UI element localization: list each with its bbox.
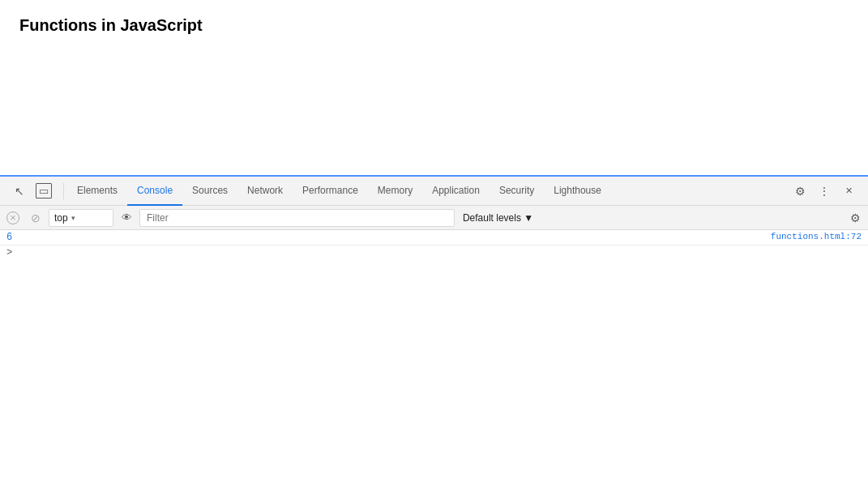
- devtools-more-button[interactable]: [813, 180, 836, 203]
- tab-application[interactable]: Application: [422, 177, 490, 206]
- tab-security[interactable]: Security: [490, 177, 544, 206]
- page-title: Functions in JavaScript: [19, 16, 849, 35]
- gear-icon: [795, 185, 806, 198]
- devtools-close-button[interactable]: [837, 180, 860, 203]
- tab-lighthouse[interactable]: Lighthouse: [544, 177, 611, 206]
- console-toolbar: × ⊘ top ▾ 👁 Default levels ▼: [0, 206, 868, 230]
- context-selector[interactable]: top ▾: [49, 209, 113, 227]
- devtools-left-icons: ↖ ▭: [3, 180, 60, 203]
- context-value: top: [54, 212, 68, 224]
- device-icon: ▭: [36, 183, 52, 199]
- clear-console-button[interactable]: ×: [3, 208, 23, 228]
- inspect-element-button[interactable]: ↖: [8, 180, 31, 203]
- log-source[interactable]: functions.html:72: [771, 232, 862, 241]
- console-settings-button[interactable]: [845, 208, 865, 228]
- eye-icon: 👁: [122, 211, 132, 224]
- console-gear-icon: [850, 211, 861, 224]
- devtools-right-icons: [784, 180, 865, 203]
- devtools-tabs: Elements Console Sources Network Perform…: [67, 177, 784, 205]
- tab-performance[interactable]: Performance: [293, 177, 368, 206]
- inspect-icon: ↖: [15, 185, 24, 198]
- tab-network[interactable]: Network: [237, 177, 293, 206]
- clear-icon: ×: [6, 211, 19, 224]
- log-count: 6: [6, 232, 23, 243]
- tab-separator: [63, 183, 64, 199]
- console-prompt-row: >: [0, 246, 868, 260]
- devtools-tabbar: ↖ ▭ Elements Console Sources Network Per…: [0, 177, 868, 206]
- tab-console[interactable]: Console: [127, 177, 182, 206]
- console-log-entry: 6 functions.html:72: [0, 230, 868, 246]
- eye-button[interactable]: 👁: [117, 208, 136, 228]
- close-icon: [845, 186, 853, 196]
- console-prompt-arrow: >: [6, 247, 12, 258]
- tab-elements[interactable]: Elements: [67, 177, 127, 206]
- levels-dropdown[interactable]: Default levels ▼: [458, 211, 538, 225]
- block-icon: ⊘: [31, 211, 41, 224]
- tab-memory[interactable]: Memory: [368, 177, 422, 206]
- devtools-settings-button[interactable]: [789, 180, 811, 203]
- block-requests-button[interactable]: ⊘: [26, 208, 45, 228]
- filter-input[interactable]: [139, 209, 455, 227]
- devtools-panel: ↖ ▭ Elements Console Sources Network Per…: [0, 175, 868, 491]
- tab-sources[interactable]: Sources: [182, 177, 237, 206]
- console-output: 6 functions.html:72 >: [0, 230, 868, 491]
- kebab-icon: [819, 185, 830, 198]
- device-toggle-button[interactable]: ▭: [32, 180, 55, 203]
- levels-label: Default levels ▼: [463, 212, 533, 224]
- context-arrow-icon: ▾: [71, 214, 75, 222]
